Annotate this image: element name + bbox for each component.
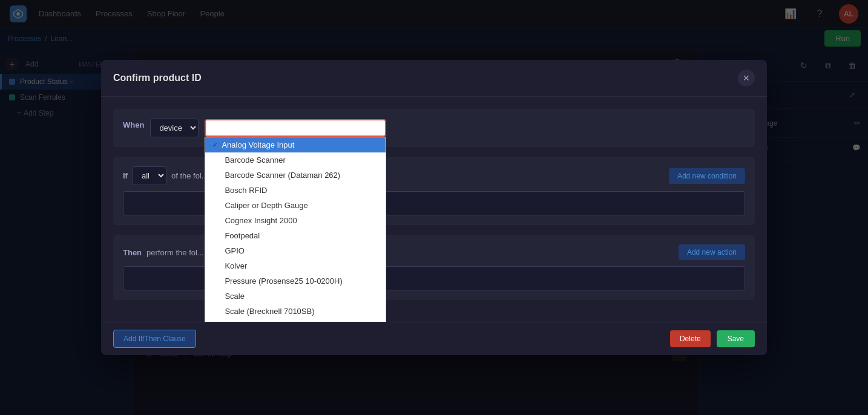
dropdown-list-item[interactable]: Barcode Scanner xyxy=(205,152,386,168)
dropdown-list-item[interactable]: Scale xyxy=(205,289,386,304)
modal-body: When device ✓Analog Voltage InputBarcode… xyxy=(101,97,767,322)
modal-overlay[interactable]: Confirm product ID ✕ When device ✓ xyxy=(0,0,868,415)
dropdown-item-label: Bosch RFID xyxy=(225,186,267,195)
dropdown-item-label: Pressure (Prosense25 10-0200H) xyxy=(225,276,342,286)
dropdown-item-label: Barcode Scanner xyxy=(225,155,285,165)
check-mark-icon: ✓ xyxy=(212,141,218,149)
dropdown-list-item[interactable]: Footpedal xyxy=(205,228,386,243)
dropdown-item-label: Barcode Scanner (Dataman 262) xyxy=(225,171,340,180)
add-action-btn[interactable]: Add new action xyxy=(679,244,745,260)
delete-btn[interactable]: Delete xyxy=(670,330,711,347)
dropdown-item-label: GPIO xyxy=(225,246,245,255)
device-type-input[interactable] xyxy=(205,119,386,137)
modal-title: Confirm product ID xyxy=(113,73,202,83)
if-all-select[interactable]: all xyxy=(133,166,166,185)
dropdown-list-item[interactable]: Bosch RFID xyxy=(205,183,386,198)
if-row: If all of the fol... xyxy=(123,166,208,185)
dropdown-list-item[interactable]: Scale (Ohaus) xyxy=(205,319,386,322)
dropdown-item-label: Analog Voltage Input xyxy=(222,140,294,149)
when-label: When xyxy=(123,120,144,129)
then-label: Then xyxy=(123,248,142,257)
dropdown-list-item[interactable]: Barcode Scanner (Dataman 262) xyxy=(205,168,386,183)
dropdown-item-label: Scale xyxy=(225,292,245,301)
dropdown-list-item[interactable]: Cognex Insight 2000 xyxy=(205,213,386,228)
of-following-label: of the fol... xyxy=(171,171,208,180)
dropdown-list-item[interactable]: GPIO xyxy=(205,243,386,258)
save-btn[interactable]: Save xyxy=(717,330,755,347)
dropdown-list-item[interactable]: Scale (Brecknell 7010SB) xyxy=(205,304,386,319)
dropdown-list: ✓Analog Voltage InputBarcode ScannerBarc… xyxy=(205,137,386,322)
dropdown-with-list: ✓Analog Voltage InputBarcode ScannerBarc… xyxy=(205,119,386,137)
when-row: When device ✓Analog Voltage InputBarcode… xyxy=(123,119,745,137)
when-section: When device ✓Analog Voltage InputBarcode… xyxy=(113,109,755,147)
dropdown-list-item[interactable]: Pressure (Prosense25 10-0200H) xyxy=(205,273,386,289)
dropdown-list-item[interactable]: Kolver xyxy=(205,258,386,273)
dropdown-list-item[interactable]: ✓Analog Voltage Input xyxy=(205,137,386,152)
modal-footer-right: Delete Save xyxy=(670,330,755,347)
if-label: If xyxy=(123,171,128,180)
then-row: Then perform the fol... xyxy=(123,248,204,257)
dropdown-item-label: Kolver xyxy=(225,261,247,270)
device-select[interactable]: device xyxy=(150,119,199,137)
modal-close-btn[interactable]: ✕ xyxy=(738,70,755,87)
dropdown-item-label: Scale (Brecknell 7010SB) xyxy=(225,307,314,316)
perform-label: perform the fol... xyxy=(146,248,204,257)
add-clause-btn[interactable]: Add If/Then Clause xyxy=(113,330,196,348)
dropdown-list-item[interactable]: Caliper or Depth Gauge xyxy=(205,198,386,213)
modal-footer: Add If/Then Clause Delete Save xyxy=(101,322,767,355)
modal: Confirm product ID ✕ When device ✓ xyxy=(101,60,767,355)
dropdown-item-label: Footpedal xyxy=(225,231,260,240)
add-condition-btn[interactable]: Add new condition xyxy=(669,168,745,184)
dropdown-item-label: Caliper or Depth Gauge xyxy=(225,201,307,210)
dropdown-item-label: Cognex Insight 2000 xyxy=(225,216,297,225)
modal-header: Confirm product ID ✕ xyxy=(101,60,767,97)
